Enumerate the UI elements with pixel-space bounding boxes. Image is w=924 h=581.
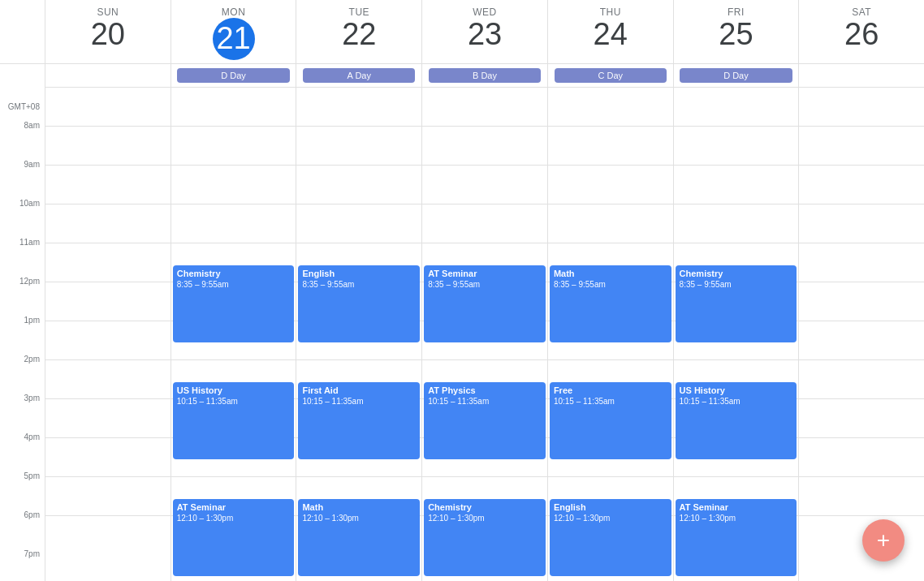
- event-title: US History: [177, 385, 291, 396]
- event-title: English: [302, 268, 416, 279]
- hour-cell-2: [548, 165, 673, 204]
- hour-cell-11: [799, 515, 924, 554]
- hour-cell-8: [799, 398, 924, 437]
- time-label-1pm: 1pm: [0, 316, 45, 355]
- event-time: 12:10 – 1:30pm: [680, 513, 793, 523]
- event-title: AT Seminar: [680, 501, 793, 513]
- day-column-sat: [798, 87, 924, 581]
- day-label-cell-thu: C Day: [547, 64, 673, 87]
- event-block[interactable]: Free 10:15 – 11:35am: [550, 382, 671, 459]
- day-label-pill-wed: B Day: [429, 68, 541, 83]
- hour-cell-1: [674, 126, 799, 165]
- time-label-5pm: 5pm: [0, 471, 45, 510]
- day-label-cell-tue: A Day: [296, 64, 421, 87]
- event-time: 8:35 – 9:55am: [177, 279, 291, 290]
- day-name: Tue: [300, 6, 418, 18]
- day-label-cell-wed: B Day: [421, 64, 547, 87]
- day-label-pill-thu: C Day: [555, 68, 667, 83]
- time-label-9am: 9am: [0, 160, 45, 199]
- hour-cell-10: [45, 476, 171, 515]
- event-block[interactable]: Chemistry 8:35 – 9:55am: [676, 265, 797, 342]
- event-time: 12:10 – 1:30pm: [428, 513, 542, 523]
- hour-cell-0: [45, 87, 171, 126]
- day-label-cell-fri: D Day: [673, 64, 799, 87]
- day-column-mon: Chemistry 8:35 – 9:55am US History 10:15…: [171, 87, 296, 581]
- day-name: Mon: [175, 6, 293, 18]
- day-number: 24: [551, 18, 670, 52]
- header-row: Sun 20 Mon 21 Tue 22 Wed 23 Thu 24 Fri 2…: [0, 0, 924, 64]
- day-column-thu: Math 8:35 – 9:55am Free 10:15 – 11:35am …: [547, 87, 673, 581]
- day-name: Wed: [425, 6, 544, 18]
- day-name: Thu: [551, 6, 670, 18]
- hour-cell-4: [45, 243, 171, 282]
- event-title: English: [554, 501, 667, 513]
- hour-cell-0: [171, 87, 296, 126]
- event-block[interactable]: English 12:10 – 1:30pm: [550, 499, 671, 576]
- event-title: Chemistry: [428, 501, 542, 513]
- day-label-cells: D DayA DayB DayC DayD Day: [45, 64, 924, 87]
- day-column-wed: AT Seminar 8:35 – 9:55am AT Physics 10:1…: [421, 87, 547, 581]
- hour-cell-9: [45, 437, 171, 476]
- day-label-row: D DayA DayB DayC DayD Day: [0, 64, 924, 87]
- event-block[interactable]: English 8:35 – 9:55am: [298, 265, 420, 342]
- day-name: Sat: [802, 6, 921, 18]
- event-block[interactable]: First Aid 10:15 – 11:35am: [298, 382, 420, 459]
- hour-cell-11: [45, 515, 171, 554]
- day-label-pill-fri: D Day: [680, 68, 792, 83]
- time-gutter-label-spacer: [0, 64, 45, 87]
- event-block[interactable]: US History 10:15 – 11:35am: [173, 382, 295, 459]
- hour-cell-3: [799, 204, 924, 243]
- hour-cell-3: [171, 204, 296, 243]
- hour-cell-3: [422, 204, 547, 243]
- hour-cell-0: [548, 87, 673, 126]
- event-time: 12:10 – 1:30pm: [177, 513, 291, 523]
- event-time: 10:15 – 11:35am: [428, 396, 542, 407]
- event-title: First Aid: [302, 385, 416, 396]
- event-time: 8:35 – 9:55am: [680, 279, 793, 290]
- add-event-fab[interactable]: +: [862, 519, 905, 562]
- hour-cell-10: [799, 476, 924, 515]
- hour-cell-1: [548, 126, 673, 165]
- event-time: 10:15 – 11:35am: [177, 396, 291, 407]
- day-number: 20: [49, 18, 167, 52]
- event-block[interactable]: Chemistry 12:10 – 1:30pm: [424, 499, 546, 576]
- day-header-sat: Sat 26: [798, 0, 924, 63]
- event-time: 10:15 – 11:35am: [680, 396, 793, 407]
- hour-cell-0: [674, 87, 799, 126]
- time-label-10am: 10am: [0, 199, 45, 238]
- event-block[interactable]: Math 12:10 – 1:30pm: [298, 499, 420, 576]
- day-header-tue: Tue 22: [296, 0, 421, 63]
- event-block[interactable]: AT Seminar 12:10 – 1:30pm: [676, 499, 797, 576]
- day-column-sun: [45, 87, 171, 581]
- event-time: 10:15 – 11:35am: [302, 396, 416, 407]
- event-block[interactable]: Chemistry 8:35 – 9:55am: [173, 265, 295, 342]
- hour-cell-7: [45, 359, 171, 398]
- hour-cell-2: [296, 165, 421, 204]
- body-scroll[interactable]: GMT+08 8am9am10am11am12pm1pm2pm3pm4pm5pm…: [0, 87, 924, 581]
- event-title: AT Physics: [428, 385, 542, 396]
- calendar-container: Sun 20 Mon 21 Tue 22 Wed 23 Thu 24 Fri 2…: [0, 0, 924, 581]
- hour-cell-9: [799, 437, 924, 476]
- event-block[interactable]: AT Seminar 12:10 – 1:30pm: [173, 499, 295, 576]
- event-block[interactable]: AT Physics 10:15 – 11:35am: [424, 382, 546, 459]
- hour-cell-0: [422, 87, 547, 126]
- hour-cell-1: [296, 126, 421, 165]
- time-label-4pm: 4pm: [0, 433, 45, 471]
- hour-cell-1: [171, 126, 296, 165]
- hour-cell-3: [296, 204, 421, 243]
- event-block[interactable]: AT Seminar 8:35 – 9:55am: [424, 265, 546, 342]
- event-block[interactable]: Math 8:35 – 9:55am: [550, 265, 671, 342]
- day-name: Fri: [677, 6, 796, 18]
- day-header-fri: Fri 25: [673, 0, 799, 63]
- hour-cell-4: [799, 243, 924, 282]
- hour-cell-6: [45, 321, 171, 359]
- event-title: Math: [302, 501, 416, 513]
- hour-cell-8: [45, 398, 171, 437]
- day-label-cell-sun: [45, 64, 171, 87]
- event-block[interactable]: US History 10:15 – 11:35am: [676, 382, 797, 459]
- day-number: 23: [425, 18, 544, 52]
- day-header-thu: Thu 24: [547, 0, 673, 63]
- gmt-label: GMT+08: [0, 87, 45, 126]
- day-label-cell-mon: D Day: [171, 64, 296, 87]
- time-label-12pm: 12pm: [0, 277, 45, 316]
